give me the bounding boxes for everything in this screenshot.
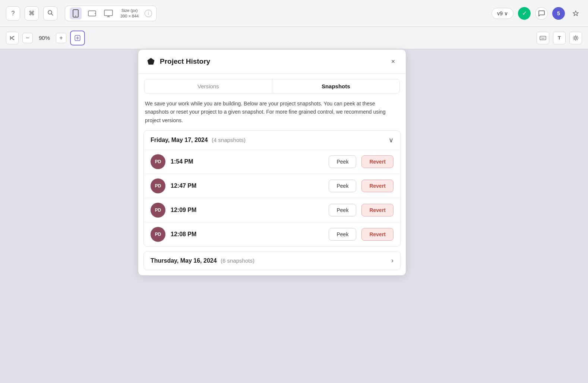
svg-line-1 bbox=[51, 14, 53, 15]
tab-versions[interactable]: Versions bbox=[145, 79, 272, 93]
chevron-down-icon-may17: ∨ bbox=[389, 136, 393, 144]
revert-button-1209pm[interactable]: Revert bbox=[361, 204, 393, 216]
snapshot-group-may16: Thursday, May 16, 2024 (6 snapshots) › bbox=[143, 251, 401, 270]
snapshot-groups: Friday, May 17, 2024 (4 snapshots) ∨ PD … bbox=[138, 130, 406, 275]
group-header-may17[interactable]: Friday, May 17, 2024 (4 snapshots) ∨ bbox=[144, 131, 400, 149]
avatar-154pm: PD bbox=[151, 154, 165, 169]
time-154pm: 1:54 PM bbox=[171, 158, 323, 165]
peek-button-154pm[interactable]: Peek bbox=[329, 155, 356, 168]
user-avatar-button[interactable]: 5 bbox=[552, 7, 565, 20]
time-1208pm: 12:08 PM bbox=[171, 231, 323, 238]
project-history-panel: Project History × Versions Snapshots We … bbox=[138, 49, 406, 276]
help-icon: ? bbox=[12, 10, 15, 17]
comment-button[interactable] bbox=[535, 7, 548, 20]
revert-button-154pm[interactable]: Revert bbox=[361, 155, 393, 168]
desktop-device-button[interactable] bbox=[102, 7, 114, 19]
settings-button[interactable] bbox=[569, 32, 582, 44]
active-tool-button[interactable] bbox=[70, 31, 85, 45]
search-icon bbox=[47, 10, 53, 17]
nav-first-button[interactable] bbox=[6, 32, 19, 44]
group-header-may16[interactable]: Thursday, May 16, 2024 (6 snapshots) › bbox=[144, 251, 400, 270]
avatar-1209pm: PD bbox=[151, 203, 165, 218]
time-1209pm: 12:09 PM bbox=[171, 207, 323, 213]
panel-title: Project History bbox=[160, 57, 384, 66]
revert-button-1247pm[interactable]: Revert bbox=[361, 180, 393, 192]
mobile-device-button[interactable] bbox=[70, 7, 82, 19]
secondary-toolbar: − 90% + T bbox=[0, 27, 588, 49]
group-count-may17: (4 snapshots) bbox=[212, 137, 246, 143]
status-check-icon: ✓ bbox=[518, 7, 531, 20]
svg-marker-20 bbox=[148, 58, 154, 64]
menu-button[interactable] bbox=[569, 7, 582, 20]
command-button[interactable]: ⌘ bbox=[25, 6, 39, 20]
svg-point-3 bbox=[75, 16, 76, 16]
snapshot-row-1209pm: PD 12:09 PM Peek Revert bbox=[144, 198, 400, 222]
snapshot-row-1247pm: PD 12:47 PM Peek Revert bbox=[144, 174, 400, 198]
size-info-button[interactable]: i bbox=[145, 10, 152, 17]
panel-icon bbox=[146, 56, 156, 67]
snapshot-row-154pm: PD 1:54 PM Peek Revert bbox=[144, 149, 400, 174]
svg-rect-6 bbox=[104, 10, 113, 16]
panel-description: We save your work while you are building… bbox=[138, 94, 406, 130]
tabs-bar: Versions Snapshots bbox=[144, 79, 400, 94]
help-button[interactable]: ? bbox=[6, 6, 20, 20]
peek-button-1209pm[interactable]: Peek bbox=[329, 204, 356, 216]
right-tools: T bbox=[537, 32, 582, 44]
tab-snapshots[interactable]: Snapshots bbox=[272, 79, 400, 93]
group-date-may16: Thursday, May 16, 2024 bbox=[151, 257, 217, 264]
group-date-may17: Friday, May 17, 2024 bbox=[151, 137, 208, 143]
command-icon: ⌘ bbox=[29, 10, 35, 17]
svg-point-5 bbox=[95, 13, 95, 14]
chevron-right-icon-may16: › bbox=[391, 257, 393, 265]
peek-button-1247pm[interactable]: Peek bbox=[329, 180, 356, 192]
tablet-device-button[interactable] bbox=[86, 7, 98, 19]
device-selector: Size (px) 390 × 844 i bbox=[65, 6, 157, 21]
top-toolbar: ? ⌘ bbox=[0, 0, 588, 27]
size-display: Size (px) 390 × 844 bbox=[120, 8, 139, 19]
version-selector[interactable]: v9 ∨ bbox=[491, 8, 513, 19]
main-content: Project History × Versions Snapshots We … bbox=[0, 49, 588, 383]
group-count-may16: (6 snapshots) bbox=[221, 257, 255, 264]
search-button[interactable] bbox=[43, 6, 57, 20]
snapshot-group-may17: Friday, May 17, 2024 (4 snapshots) ∨ PD … bbox=[143, 130, 401, 247]
svg-rect-13 bbox=[540, 36, 546, 40]
zoom-level: 90% bbox=[37, 35, 52, 41]
avatar-1208pm: PD bbox=[151, 227, 165, 242]
zoom-in-button[interactable]: + bbox=[56, 33, 66, 43]
panel-close-button[interactable]: × bbox=[388, 56, 398, 67]
panel-header: Project History × bbox=[138, 50, 406, 74]
svg-point-19 bbox=[575, 37, 577, 39]
text-size-button[interactable]: T bbox=[553, 32, 566, 44]
revert-button-1208pm[interactable]: Revert bbox=[361, 228, 393, 241]
time-1247pm: 12:47 PM bbox=[171, 183, 323, 189]
peek-button-1208pm[interactable]: Peek bbox=[329, 228, 356, 241]
snapshot-row-1208pm: PD 12:08 PM Peek Revert bbox=[144, 222, 400, 246]
chevron-down-icon: ∨ bbox=[504, 10, 508, 16]
avatar-1247pm: PD bbox=[151, 178, 165, 193]
keyboard-button[interactable] bbox=[537, 32, 549, 44]
zoom-out-button[interactable]: − bbox=[22, 33, 33, 43]
